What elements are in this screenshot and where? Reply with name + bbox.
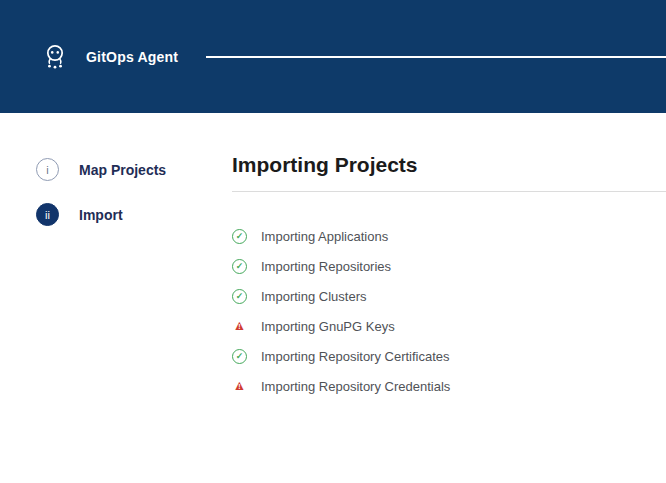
check-circle-icon bbox=[232, 289, 247, 304]
main-panel: Importing Projects Importing Application… bbox=[232, 113, 666, 483]
step-import[interactable]: ii Import bbox=[36, 203, 232, 226]
title-divider bbox=[232, 191, 666, 192]
content-area: i Map Projects ii Import Importing Proje… bbox=[0, 113, 666, 483]
import-status-list: Importing Applications Importing Reposit… bbox=[232, 228, 666, 394]
status-label: Importing Clusters bbox=[261, 289, 366, 304]
app-title: GitOps Agent bbox=[86, 49, 178, 65]
status-label: Importing Repository Credentials bbox=[261, 379, 450, 394]
step-2-circle: ii bbox=[36, 203, 59, 226]
import-status-item: Importing Applications bbox=[232, 228, 666, 244]
warning-triangle-icon bbox=[232, 319, 247, 334]
status-label: Importing Repositories bbox=[261, 259, 391, 274]
page-title: Importing Projects bbox=[232, 153, 666, 177]
import-status-item: Importing Clusters bbox=[232, 288, 666, 304]
check-circle-icon bbox=[232, 259, 247, 274]
status-label: Importing Applications bbox=[261, 229, 388, 244]
check-circle-icon bbox=[232, 349, 247, 364]
app-header: GitOps Agent bbox=[0, 0, 666, 113]
import-status-item: Importing Repository Certificates bbox=[232, 348, 666, 364]
step-2-label: Import bbox=[79, 207, 123, 223]
octopus-logo-icon bbox=[40, 42, 70, 72]
import-status-item: Importing Repository Credentials bbox=[232, 378, 666, 394]
warning-triangle-icon bbox=[232, 379, 247, 394]
page: GitOps Agent i Map Projects ii Import Im… bbox=[0, 0, 666, 483]
header-divider bbox=[206, 56, 666, 58]
status-label: Importing GnuPG Keys bbox=[261, 319, 395, 334]
wizard-stepper: i Map Projects ii Import bbox=[0, 113, 232, 483]
import-status-item: Importing Repositories bbox=[232, 258, 666, 274]
status-label: Importing Repository Certificates bbox=[261, 349, 450, 364]
import-status-item: Importing GnuPG Keys bbox=[232, 318, 666, 334]
step-1-circle: i bbox=[36, 158, 59, 181]
step-map-projects[interactable]: i Map Projects bbox=[36, 158, 232, 181]
check-circle-icon bbox=[232, 229, 247, 244]
step-1-label: Map Projects bbox=[79, 162, 166, 178]
